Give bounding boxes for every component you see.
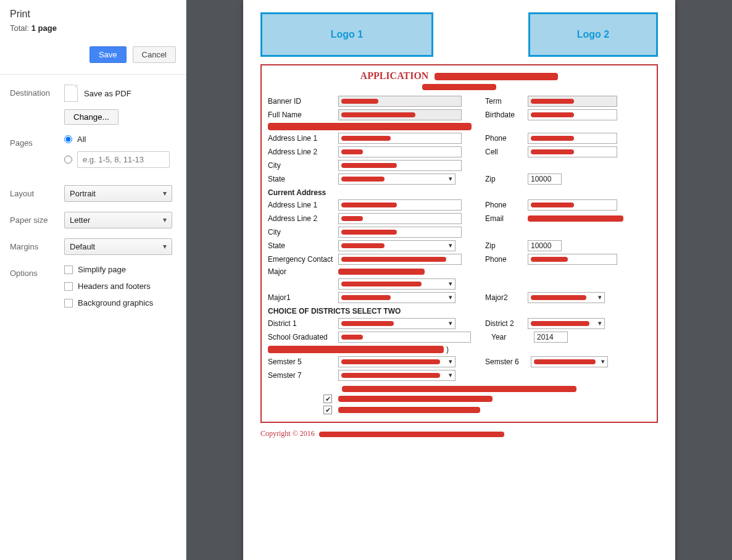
layout-value: Portrait [70, 189, 96, 198]
zip-label: Zip [485, 175, 525, 183]
redacted-text [341, 295, 391, 300]
addr1b-input[interactable] [338, 199, 462, 211]
redacted-text [341, 136, 391, 141]
zip2-value: 10000 [531, 241, 551, 250]
redacted-text [341, 99, 378, 104]
addr2b-input[interactable] [338, 213, 462, 224]
redacted-text [341, 335, 363, 340]
phone3-input[interactable] [528, 254, 617, 265]
term-label: Term [485, 97, 525, 106]
major2-select[interactable] [528, 292, 605, 303]
margins-label: Margins [10, 238, 59, 251]
option1-checkbox[interactable]: ✔ [323, 395, 332, 403]
emergency-input[interactable] [338, 254, 462, 265]
semester6-select[interactable] [531, 356, 608, 367]
addr2-input[interactable] [338, 146, 462, 157]
city2-input[interactable] [338, 227, 462, 238]
district1-label: District 1 [268, 319, 336, 328]
pages-all-radio[interactable] [64, 135, 72, 143]
print-heading: Print [10, 9, 176, 20]
year-value: 2014 [537, 333, 554, 341]
cell-label: Cell [485, 148, 525, 156]
copyright-text: Copyright © 2016 [260, 429, 315, 438]
redacted-text [531, 295, 586, 300]
birthdate-label: Birthdate [485, 111, 525, 119]
pages-range-input[interactable] [77, 151, 170, 168]
major1-label: Major1 [268, 293, 336, 302]
term-input[interactable] [528, 96, 617, 107]
preview-area: Logo 1 Logo 2 APPLICATION Banner ID Term [186, 0, 732, 560]
total-value: 1 page [31, 23, 57, 33]
paren-text: ) [446, 345, 449, 354]
redacted-text [341, 321, 394, 326]
banner-id-input[interactable] [338, 96, 462, 107]
addr2b-label: Address Line 2 [268, 214, 336, 223]
redacted-text [341, 230, 397, 235]
checkmark-icon: ✔ [325, 406, 331, 414]
checkmark-icon: ✔ [325, 395, 331, 403]
school-input[interactable] [338, 332, 471, 343]
option2-checkbox[interactable]: ✔ [323, 406, 332, 414]
phone2-label: Phone [485, 201, 525, 209]
birthdate-input[interactable] [528, 109, 617, 120]
logo-2: Logo 2 [528, 12, 658, 57]
redacted-text [319, 432, 504, 437]
cancel-button[interactable]: Cancel [133, 46, 176, 63]
redacted-text [341, 282, 422, 286]
simplify-checkbox[interactable] [64, 265, 73, 274]
redacted-text [341, 359, 440, 364]
redacted-text [341, 243, 385, 248]
current-address-heading: Current Address [268, 188, 651, 197]
options-label: Options [10, 265, 59, 278]
redacted-text [531, 203, 574, 207]
fullname-input[interactable] [338, 109, 462, 120]
phone2-input[interactable] [528, 199, 617, 211]
pages-range-radio[interactable] [64, 156, 72, 164]
save-button[interactable]: Save [89, 46, 127, 63]
redacted-text [531, 99, 574, 104]
redacted-text [341, 177, 385, 182]
semester7-select[interactable] [338, 370, 455, 381]
background-checkbox[interactable] [64, 299, 73, 307]
change-destination-button[interactable]: Change... [64, 109, 119, 125]
semester7-label: Semster 7 [268, 371, 336, 380]
redacted-text [531, 257, 568, 262]
redacted-text [341, 216, 363, 221]
margins-select[interactable]: Default [64, 238, 172, 255]
emergency-label: Emergency Contact [268, 255, 336, 264]
redacted-text [528, 215, 623, 222]
layout-select[interactable]: Portrait [64, 185, 172, 202]
paper-size-value: Letter [70, 215, 90, 225]
choice-heading: CHOICE OF DISTRICTS SELECT TWO [268, 307, 651, 316]
redacted-text [422, 84, 496, 90]
logo-1: Logo 1 [260, 12, 433, 57]
district2-label: District 2 [485, 319, 525, 328]
redacted-text [341, 112, 415, 117]
background-label: Background graphics [78, 298, 153, 307]
cell-input[interactable] [528, 146, 617, 157]
phone-input[interactable] [528, 133, 617, 144]
semester5-label: Semster 5 [268, 357, 336, 366]
semester5-select[interactable] [338, 356, 455, 367]
redacted-text [531, 321, 589, 326]
city-label: City [268, 161, 336, 170]
phone3-label: Phone [485, 255, 525, 264]
major1-select[interactable] [338, 292, 455, 303]
zip2-input[interactable]: 10000 [528, 240, 562, 251]
headers-checkbox[interactable] [64, 282, 73, 291]
state-select[interactable] [338, 173, 455, 185]
addr1-input[interactable] [338, 133, 462, 144]
paper-size-select[interactable]: Letter [64, 212, 172, 228]
margins-value: Default [70, 242, 95, 251]
state2-select[interactable] [338, 240, 455, 251]
application-form: APPLICATION Banner ID Term Full Name Bir… [260, 64, 658, 423]
district1-select[interactable] [338, 318, 455, 329]
redacted-section-header [268, 346, 444, 353]
district2-select[interactable] [528, 318, 605, 329]
redacted-text [341, 373, 440, 378]
major-select[interactable] [338, 278, 455, 290]
year-input[interactable]: 2014 [534, 332, 568, 343]
city-input[interactable] [338, 160, 462, 171]
zip-input[interactable]: 10000 [528, 173, 562, 185]
redacted-text [531, 149, 574, 154]
